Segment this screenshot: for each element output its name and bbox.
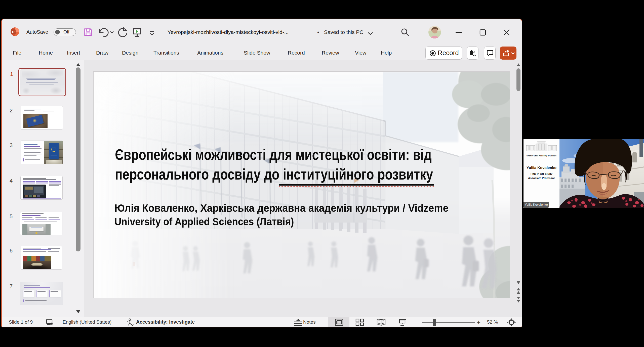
svg-text:P: P — [12, 30, 14, 34]
